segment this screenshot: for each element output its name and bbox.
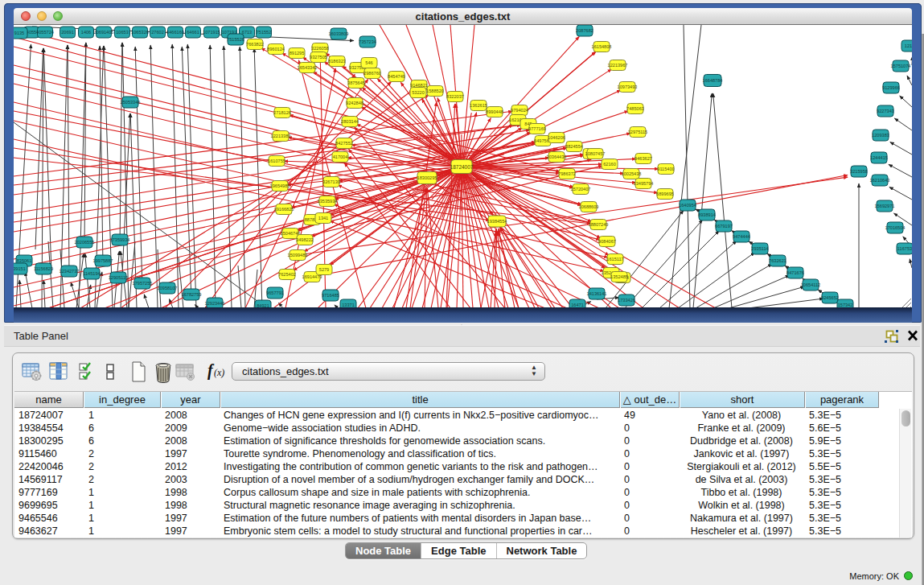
svg-text:15720407: 15720407 <box>571 187 591 192</box>
svg-text:20691: 20691 <box>61 30 74 35</box>
svg-text:9657791: 9657791 <box>266 290 284 295</box>
svg-text:18807249: 18807249 <box>589 222 609 227</box>
svg-text:17016504: 17016504 <box>885 225 906 230</box>
svg-text:1209383: 1209383 <box>872 133 889 138</box>
svg-text:12923446: 12923446 <box>205 301 225 306</box>
svg-text:7485063: 7485063 <box>626 106 644 111</box>
svg-text:7663822: 7663822 <box>246 42 264 47</box>
svg-text:20364436: 20364436 <box>547 154 567 159</box>
svg-text:18724007: 18724007 <box>450 164 474 170</box>
svg-text:2087682: 2087682 <box>576 28 593 33</box>
svg-text:15751074: 15751074 <box>891 64 911 68</box>
svg-text:751552: 751552 <box>257 30 272 35</box>
svg-text:19384554: 19384554 <box>487 219 507 224</box>
svg-text:15692971: 15692971 <box>875 204 895 208</box>
svg-text:12975115: 12975115 <box>628 130 647 134</box>
svg-text:12905115: 12905115 <box>109 275 128 280</box>
svg-text:2803144: 2803144 <box>341 119 359 124</box>
svg-text:16782759: 16782759 <box>182 292 202 297</box>
svg-text:3875645: 3875645 <box>347 80 365 85</box>
svg-text:6899695: 6899695 <box>656 192 674 196</box>
svg-text:7515526: 7515526 <box>227 37 244 42</box>
svg-text:39151: 39151 <box>14 266 26 271</box>
svg-text:9242848: 9242848 <box>346 101 363 105</box>
svg-text:20691406: 20691406 <box>94 30 114 35</box>
svg-text:16210643: 16210643 <box>870 178 890 183</box>
svg-text:116753: 116753 <box>897 246 912 251</box>
svg-text:12213389: 12213389 <box>271 134 291 138</box>
svg-text:16648784: 16648784 <box>703 78 723 83</box>
svg-text:13535934: 13535934 <box>318 199 338 204</box>
svg-text:64661: 64661 <box>187 30 199 35</box>
svg-text:17359934: 17359934 <box>110 237 130 242</box>
svg-text:3215958: 3215958 <box>850 169 868 174</box>
svg-text:1588520: 1588520 <box>426 89 444 93</box>
svg-text:9716485: 9716485 <box>322 293 339 298</box>
svg-text:9777169: 9777169 <box>528 126 546 131</box>
svg-text:1244415: 1244415 <box>870 155 888 160</box>
svg-text:1212: 1212 <box>905 43 912 48</box>
svg-text:8186323: 8186323 <box>328 59 346 64</box>
svg-text:8990448: 8990448 <box>486 109 503 114</box>
svg-text:835061: 835061 <box>17 258 32 263</box>
svg-text:11156829: 11156829 <box>34 266 53 271</box>
svg-text:16154808: 16154808 <box>592 44 612 49</box>
svg-text:19654985: 19654985 <box>270 183 290 188</box>
svg-text:10807457: 10807457 <box>585 151 606 156</box>
svg-text:9084067: 9084067 <box>598 239 616 244</box>
svg-text:19975887: 19975887 <box>93 258 113 263</box>
svg-text:9463627: 9463627 <box>634 156 652 161</box>
svg-text:1046206: 1046206 <box>548 135 565 140</box>
svg-text:10958107: 10958107 <box>158 286 178 290</box>
svg-text:8938914: 8938914 <box>698 212 716 217</box>
svg-text:5279: 5279 <box>319 267 329 272</box>
svg-text:1065326: 1065326 <box>131 30 149 35</box>
svg-text:13495794: 13495794 <box>634 181 654 186</box>
svg-text:20206555: 20206555 <box>75 240 95 245</box>
svg-text:9245652: 9245652 <box>821 295 839 300</box>
svg-text:2986760: 2986760 <box>363 71 381 76</box>
svg-text:9327505: 9327505 <box>310 55 327 60</box>
svg-text:3824554: 3824554 <box>565 144 583 149</box>
svg-text:9227343: 9227343 <box>877 109 894 113</box>
svg-text:10688609: 10688609 <box>579 204 599 209</box>
svg-text:27602: 27602 <box>151 30 164 35</box>
svg-text:25053346: 25053346 <box>121 100 141 105</box>
svg-text:16543342: 16543342 <box>298 65 318 70</box>
svg-text:10973493: 10973493 <box>618 84 638 89</box>
svg-text:6679197: 6679197 <box>715 224 733 229</box>
svg-text:4055724: 4055724 <box>36 30 54 35</box>
svg-text:891295: 891295 <box>290 51 305 56</box>
svg-text:12342737: 12342737 <box>60 269 80 274</box>
svg-text:9135: 9135 <box>14 31 24 35</box>
svg-text:15099489: 15099489 <box>288 253 308 257</box>
svg-text:1362615: 1362615 <box>470 103 487 108</box>
svg-text:1352485: 1352485 <box>610 274 628 279</box>
svg-text:(x): (x) <box>214 367 224 378</box>
svg-text:7625402: 7625402 <box>278 272 296 277</box>
svg-text:9115400: 9115400 <box>657 167 674 171</box>
svg-text:3226058: 3226058 <box>311 46 329 51</box>
svg-text:8427552: 8427552 <box>335 141 353 146</box>
svg-text:7632621: 7632621 <box>769 258 786 263</box>
svg-text:9794024: 9794024 <box>511 108 528 113</box>
svg-text:8471676: 8471676 <box>786 270 804 275</box>
svg-text:10654112: 10654112 <box>801 282 820 287</box>
svg-text:6466160: 6466160 <box>166 30 184 35</box>
svg-text:10025438: 10025438 <box>622 171 642 176</box>
svg-text:14136141: 14136141 <box>587 291 607 296</box>
svg-text:8322037: 8322037 <box>446 94 464 99</box>
svg-text:2935114: 2935114 <box>751 246 768 251</box>
svg-text:9129966: 9129966 <box>882 85 900 90</box>
svg-text:3267130: 3267130 <box>322 179 340 184</box>
svg-text:18300295: 18300295 <box>417 175 437 180</box>
svg-text:8960124: 8960124 <box>267 47 285 51</box>
svg-text:1071915: 1071915 <box>203 30 220 35</box>
svg-text:10653: 10653 <box>116 30 129 35</box>
svg-text:12213967: 12213967 <box>608 63 628 68</box>
svg-text:7986372: 7986372 <box>558 171 576 176</box>
svg-text:9474444: 9474444 <box>733 234 750 239</box>
svg-text:16033809: 16033809 <box>329 31 349 36</box>
svg-text:53220: 53220 <box>412 90 425 95</box>
svg-text:1341: 1341 <box>318 216 328 220</box>
